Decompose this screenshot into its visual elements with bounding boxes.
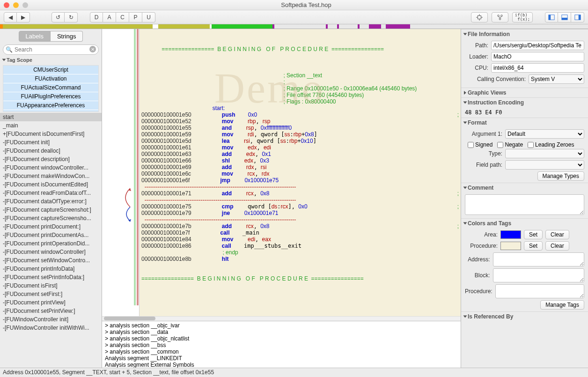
symbol-item[interactable]: -[FUDocument windowController... bbox=[0, 163, 102, 172]
symbol-item[interactable]: -[FUDocument printDocumentAs... bbox=[0, 231, 102, 239]
statusbar: Address 0x100001e55, Segment __TEXT, sta… bbox=[0, 368, 588, 377]
symbol-item[interactable]: -[FUDocument isDocumentEdited] bbox=[0, 180, 102, 189]
svg-rect-16 bbox=[137, 29, 139, 305]
block-tag-box[interactable] bbox=[493, 268, 584, 282]
symbol-item[interactable]: -[FUDocument printOperationDid... bbox=[0, 239, 102, 248]
disassembly-view[interactable]: Demo ================ B E G I N N I N G … bbox=[140, 29, 461, 316]
argument-select[interactable]: Default bbox=[505, 129, 584, 139]
symbol-item[interactable]: -[FUDocument printDocument:] bbox=[0, 222, 102, 231]
block-tag-label: Block: bbox=[465, 272, 490, 279]
horizontal-scrollbar[interactable] bbox=[102, 316, 461, 321]
procedure-clear-button[interactable]: Clear bbox=[545, 241, 569, 251]
svg-rect-13 bbox=[561, 17, 567, 19]
area-clear-button[interactable]: Clear bbox=[545, 230, 569, 239]
symbol-item[interactable]: -[FUDocument captureScreenshot:] bbox=[0, 206, 102, 214]
manage-tags-button[interactable]: Manage Tags bbox=[540, 300, 584, 310]
log-line: > analysis section __common bbox=[105, 348, 458, 355]
symbol-item[interactable]: -[FUDocument printView] bbox=[0, 298, 102, 307]
redo-button[interactable]: ↻ bbox=[65, 12, 78, 22]
file-info-header[interactable]: File Information bbox=[461, 29, 588, 39]
graph-icon[interactable] bbox=[492, 12, 508, 22]
symbol-item[interactable]: -[FUDocument init] bbox=[0, 138, 102, 147]
tag-item[interactable]: CMUserScript bbox=[3, 66, 98, 74]
close-window[interactable] bbox=[4, 2, 9, 8]
symbol-item[interactable]: -[FUDocument dealloc] bbox=[0, 147, 102, 155]
symbol-item[interactable]: _main bbox=[0, 121, 102, 130]
field-path-select[interactable] bbox=[505, 160, 584, 170]
calling-convention-select[interactable]: System V bbox=[529, 74, 584, 84]
procedure-color-swatch[interactable] bbox=[500, 242, 521, 250]
colors-tags-header[interactable]: Colors and Tags bbox=[461, 218, 588, 228]
layout-bottom-button[interactable] bbox=[558, 12, 571, 22]
symbol-item[interactable]: -[FUDocument captureScreensho... bbox=[0, 214, 102, 222]
symbol-item[interactable]: -[FUWindowController initWithWi... bbox=[0, 324, 102, 332]
tag-scope-header[interactable]: Tag Scope bbox=[0, 56, 102, 64]
comment-header[interactable]: Comment bbox=[461, 183, 588, 192]
mode-a-button[interactable]: A bbox=[103, 12, 116, 22]
layout-left-button[interactable] bbox=[545, 12, 558, 22]
signed-checkbox[interactable]: Signed bbox=[468, 141, 492, 148]
symbol-item[interactable]: -[FUDocument dataOfType:error:] bbox=[0, 197, 102, 206]
tag-item[interactable]: FUActivation bbox=[3, 74, 98, 83]
area-set-button[interactable]: Set bbox=[524, 230, 543, 239]
mode-c-button[interactable]: C bbox=[116, 12, 129, 22]
symbol-item[interactable]: -[FUDocument printInfoData] bbox=[0, 265, 102, 273]
tab-strings[interactable]: Strings bbox=[51, 31, 83, 42]
zoom-window[interactable] bbox=[22, 2, 28, 8]
format-header[interactable]: Format bbox=[461, 118, 588, 127]
center-panel: Demo ================ B E G I N N I N G … bbox=[102, 29, 461, 377]
search-input[interactable] bbox=[3, 44, 99, 55]
cpu-icon[interactable] bbox=[471, 12, 488, 22]
tag-item[interactable]: FUApplication bbox=[3, 110, 98, 112]
symbol-item[interactable]: -[FUDocument setFirst:] bbox=[0, 290, 102, 298]
referenced-by-header[interactable]: Is Referenced By bbox=[461, 311, 588, 321]
mode-d-button[interactable]: D bbox=[90, 12, 103, 22]
loader-field[interactable] bbox=[491, 52, 584, 61]
tab-labels[interactable]: Labels bbox=[19, 31, 51, 42]
procedure-set-button[interactable]: Set bbox=[524, 241, 543, 251]
minimize-window[interactable] bbox=[13, 2, 19, 8]
symbol-item[interactable]: -[FUDocument makeWindowCon... bbox=[0, 172, 102, 180]
nav-forward-button[interactable]: ▶ bbox=[17, 12, 30, 22]
nav-back-button[interactable]: ◀ bbox=[4, 12, 17, 22]
instruction-encoding-header[interactable]: Instruction Encoding bbox=[461, 97, 588, 107]
search-icon: 🔍 bbox=[6, 46, 13, 53]
tag-list[interactable]: CMUserScriptFUActivationFUActualSizeComm… bbox=[3, 65, 99, 112]
minimap[interactable] bbox=[102, 29, 140, 316]
undo-button[interactable]: ↺ bbox=[51, 12, 65, 22]
mode-u-button[interactable]: U bbox=[142, 12, 155, 22]
area-color-swatch[interactable] bbox=[500, 230, 521, 239]
tag-item[interactable]: FUActualSizeCommand bbox=[3, 83, 98, 92]
symbol-item[interactable]: -[FUDocument setWindowContro... bbox=[0, 256, 102, 265]
comment-textarea[interactable] bbox=[465, 194, 584, 215]
symbol-item[interactable]: -[FUDocument readFromData:ofT... bbox=[0, 189, 102, 197]
type-select[interactable] bbox=[505, 149, 584, 158]
symbol-item[interactable]: -[FUDocument setPrintView:] bbox=[0, 307, 102, 315]
symbol-item[interactable]: -[FUWindowController init] bbox=[0, 315, 102, 324]
symbol-item[interactable]: -[FUDocument setPrintInfoData:] bbox=[0, 273, 102, 281]
symbol-item[interactable]: -[FUDocument windowController] bbox=[0, 248, 102, 256]
path-field[interactable] bbox=[491, 41, 584, 50]
negate-checkbox[interactable]: Negate bbox=[497, 141, 523, 148]
symbol-item[interactable]: start bbox=[0, 113, 102, 121]
address-tag-box[interactable] bbox=[493, 252, 584, 266]
procedure-tag-box[interactable] bbox=[495, 284, 584, 298]
svg-point-7 bbox=[499, 18, 501, 20]
cpu-field[interactable] bbox=[491, 63, 584, 73]
leading-zeroes-checkbox[interactable]: Leading Zeroes bbox=[528, 141, 574, 148]
layout-right-button[interactable] bbox=[571, 12, 584, 22]
symbol-item[interactable]: -[FUDocument isFirst] bbox=[0, 281, 102, 290]
manage-types-button[interactable]: Manage Types bbox=[537, 171, 585, 181]
graphic-views-header[interactable]: Graphic Views bbox=[461, 88, 588, 97]
pseudocode-button[interactable]: if(b) f(x); bbox=[512, 12, 533, 22]
symbol-item[interactable]: +[FUDocument isDocumentFirst] bbox=[0, 130, 102, 138]
navigation-colorbar[interactable] bbox=[0, 24, 588, 29]
clear-search-icon[interactable]: ✕ bbox=[89, 46, 96, 52]
tag-item[interactable]: FUAllPlugInPreferences bbox=[3, 92, 98, 101]
mode-p-button[interactable]: P bbox=[129, 12, 142, 22]
symbol-item[interactable]: -[FUDocument description] bbox=[0, 155, 102, 163]
tag-item[interactable]: FUAppearancePreferences bbox=[3, 101, 98, 110]
symbol-list[interactable]: start_main+[FUDocument isDocumentFirst]-… bbox=[0, 113, 102, 377]
loader-label: Loader: bbox=[465, 53, 488, 60]
log-line: Analysis segment __LINKEDIT bbox=[105, 355, 458, 362]
